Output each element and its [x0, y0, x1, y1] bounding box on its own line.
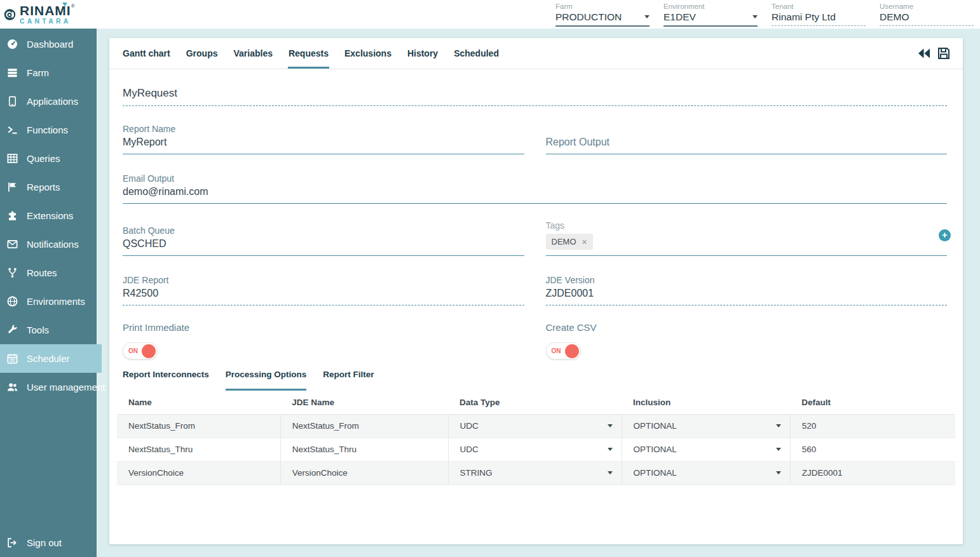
- sidebar-item-reports[interactable]: Reports: [0, 173, 97, 201]
- sidebar-item-applications[interactable]: Applications: [0, 87, 97, 116]
- rewind-icon[interactable]: [916, 46, 932, 61]
- subtab-report-filter[interactable]: Report Filter: [323, 370, 374, 391]
- toggle-knob: [565, 344, 579, 358]
- save-icon[interactable]: [936, 46, 951, 61]
- content-area: Gantt chart Groups Variables Requests Ex…: [97, 29, 980, 557]
- farm-select[interactable]: PRODUCTION: [555, 11, 650, 27]
- email-output-field: Email Output demo@rinami.com: [123, 171, 947, 204]
- chevron-down-icon: [752, 15, 758, 18]
- sidebar-item-user-management[interactable]: User management: [0, 373, 97, 401]
- report-name-label: Report Name: [123, 124, 524, 134]
- sidebar-item-routes[interactable]: Routes: [0, 258, 97, 287]
- plus-circle-icon[interactable]: +: [939, 229, 951, 241]
- jde-name-cell: NextStatus_Thru: [280, 438, 448, 461]
- globe-icon: [6, 295, 18, 307]
- column-header-default: Default: [790, 391, 955, 414]
- puzzle-icon: [6, 210, 18, 222]
- branch-icon: [6, 267, 18, 279]
- inclusion-select[interactable]: OPTIONAL: [622, 414, 790, 438]
- sidebar-item-environments[interactable]: Environments: [0, 287, 97, 316]
- table-header-row: Name JDE Name Data Type Inclusion Defaul…: [117, 391, 955, 414]
- scheduler-request-card: Gantt chart Groups Variables Requests Ex…: [109, 38, 963, 544]
- chevron-down-icon: [608, 471, 613, 474]
- jde-version-input[interactable]: ZJDE0001: [546, 288, 948, 299]
- tab-requests[interactable]: Requests: [288, 38, 329, 69]
- sidebar-item-notifications[interactable]: Notifications: [0, 230, 97, 258]
- report-output-input[interactable]: Report Output: [546, 137, 948, 148]
- name-cell[interactable]: NextStatus_From: [117, 414, 280, 438]
- tenant-field: Tenant Rinami Pty Ltd: [772, 3, 866, 27]
- print-immediate-field: Print Immediate ON: [123, 322, 524, 359]
- print-immediate-label: Print Immediate: [123, 322, 524, 333]
- remove-tag-icon[interactable]: ×: [582, 238, 587, 246]
- data-type-select[interactable]: STRING: [448, 461, 622, 485]
- batch-queue-field: Batch Queue QSCHED: [123, 220, 524, 256]
- rinami-logo-icon: [4, 3, 16, 26]
- environment-label: Environment: [664, 3, 758, 10]
- sidebar-item-tools[interactable]: Tools: [0, 316, 97, 344]
- jde-name-cell: NextStatus_From: [280, 414, 448, 438]
- report-name-input[interactable]: MyReport: [123, 137, 524, 148]
- tag-chip[interactable]: DEMO ×: [546, 234, 593, 250]
- chevron-down-icon: [644, 15, 650, 18]
- tab-groups[interactable]: Groups: [186, 38, 219, 69]
- dashboard-gauge-icon: [6, 38, 18, 50]
- chevron-down-icon: [776, 448, 781, 451]
- envelope-icon: [6, 238, 18, 250]
- default-cell[interactable]: 560: [790, 438, 955, 461]
- sidebar-item-dashboard[interactable]: Dashboard: [0, 30, 97, 58]
- sidebar-item-scheduler[interactable]: Scheduler: [0, 344, 102, 373]
- tenant-label: Tenant: [772, 3, 866, 10]
- username-label: Username: [880, 3, 974, 10]
- username-input[interactable]: DEMO: [880, 11, 974, 26]
- table-row: NextStatus_Thru NextStatus_Thru UDC OPTI…: [117, 438, 955, 461]
- data-type-select[interactable]: UDC: [448, 414, 622, 438]
- sidebar-item-extensions[interactable]: Extensions: [0, 201, 97, 230]
- tab-exclusions[interactable]: Exclusions: [344, 38, 392, 69]
- rinami-logo: RINAMI® CANTARA: [4, 3, 75, 26]
- request-name-input[interactable]: MyRequest: [123, 87, 947, 106]
- subtab-report-interconnects[interactable]: Report Interconnects: [123, 370, 209, 391]
- server-stack-icon: [6, 67, 18, 79]
- chevron-down-icon: [776, 424, 781, 427]
- print-immediate-toggle[interactable]: ON: [123, 342, 158, 359]
- name-cell[interactable]: NextStatus_Thru: [117, 438, 280, 461]
- chevron-down-icon: [608, 424, 613, 427]
- sidebar-item-functions[interactable]: Functions: [0, 116, 97, 144]
- jde-report-input[interactable]: R42500: [123, 288, 524, 299]
- create-csv-label: Create CSV: [546, 322, 948, 333]
- jde-report-label: JDE Report: [123, 275, 524, 285]
- table-row: NextStatus_From NextStatus_From UDC OPTI…: [117, 414, 955, 438]
- create-csv-toggle[interactable]: ON: [546, 342, 581, 359]
- username-field: Username DEMO: [880, 3, 974, 27]
- sidebar-item-farm[interactable]: Farm: [0, 58, 97, 87]
- email-output-input[interactable]: demo@rinami.com: [123, 186, 947, 198]
- tab-history[interactable]: History: [407, 38, 439, 69]
- calendar-icon: [6, 352, 18, 365]
- name-cell[interactable]: VersionChoice: [117, 461, 280, 485]
- tab-bar: Gantt chart Groups Variables Requests Ex…: [109, 38, 963, 69]
- toggle-on-label: ON: [552, 347, 561, 354]
- default-cell[interactable]: ZJDE0001: [790, 461, 955, 485]
- tab-variables[interactable]: Variables: [233, 38, 273, 69]
- tab-scheduled[interactable]: Scheduled: [453, 38, 500, 69]
- jde-report-field: JDE Report R42500: [123, 272, 524, 305]
- tags-field: Tags DEMO × +: [546, 220, 948, 256]
- processing-options-table: Name JDE Name Data Type Inclusion Defaul…: [117, 391, 955, 485]
- sidebar: Dashboard Farm Applications Functions Qu…: [0, 29, 97, 557]
- inclusion-select[interactable]: OPTIONAL: [622, 461, 790, 485]
- sidebar-item-sign-out[interactable]: Sign out: [0, 528, 97, 557]
- data-type-select[interactable]: UDC: [448, 438, 622, 461]
- environment-select[interactable]: E1DEV: [664, 11, 758, 27]
- tab-gantt-chart[interactable]: Gantt chart: [122, 38, 171, 69]
- inclusion-select[interactable]: OPTIONAL: [622, 438, 790, 461]
- tenant-input[interactable]: Rinami Pty Ltd: [772, 11, 866, 26]
- subtab-processing-options[interactable]: Processing Options: [226, 370, 307, 391]
- sidebar-item-queries[interactable]: Queries: [0, 144, 97, 173]
- request-form: MyRequest Report Name MyReport Report Ou…: [109, 69, 963, 366]
- default-cell[interactable]: 520: [790, 414, 955, 438]
- batch-queue-input[interactable]: QSCHED: [123, 238, 524, 250]
- registered-mark: ®: [71, 3, 75, 9]
- subtab-bar: Report Interconnects Processing Options …: [109, 366, 963, 391]
- top-bar: RINAMI® CANTARA Farm PRODUCTION Environm…: [0, 0, 980, 29]
